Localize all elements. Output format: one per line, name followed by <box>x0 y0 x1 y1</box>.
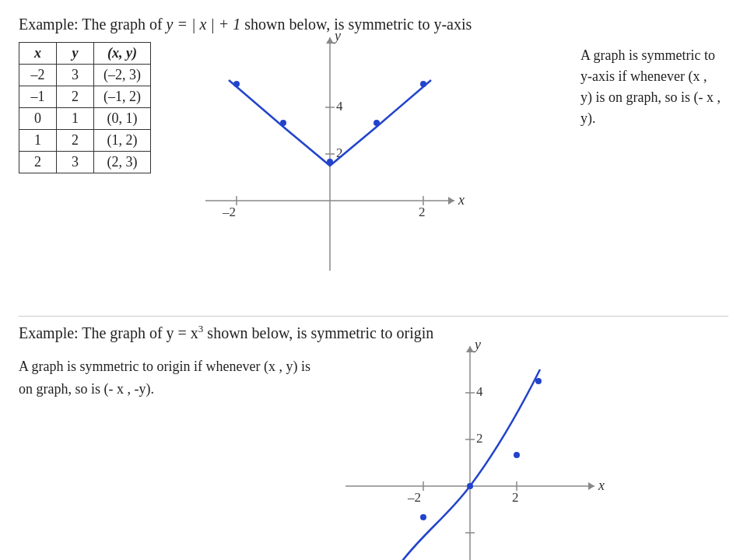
y-4-label: 4 <box>336 99 343 114</box>
bottom-section: Example: The graph of y = x3 shown below… <box>19 323 728 560</box>
col-header-x: x <box>19 43 57 65</box>
col-header-y: y <box>57 43 94 65</box>
symmetry-note: A graph is symmetric to y-axis if whenev… <box>580 45 721 129</box>
section-divider <box>19 316 728 317</box>
table-cell: 0 <box>19 108 57 130</box>
table-cell: (2, 3) <box>94 152 151 173</box>
y-axis-label: y <box>333 30 341 44</box>
bottom-title-prefix: Example: The graph of <box>19 324 167 341</box>
table-row: –23(–2, 3) <box>19 65 151 86</box>
y-axis-label-2: y <box>473 338 481 352</box>
point2-neg1-neg1 <box>420 514 426 520</box>
x-2-label: 2 <box>419 205 426 219</box>
col-header-xy: (x, y) <box>94 43 151 65</box>
top-section: Example: The graph of y = | x | + 1 show… <box>19 14 728 310</box>
table-cell: (0, 1) <box>94 108 151 130</box>
point2-1-1 <box>514 452 520 458</box>
table-cell: 1 <box>57 108 94 130</box>
table-cell: 2 <box>19 152 57 173</box>
table-row: 12(1, 2) <box>19 130 151 152</box>
bottom-note-text: A graph is symmetric to origin if whenev… <box>19 359 310 397</box>
bottom-title-eq: y = x <box>167 324 198 341</box>
x2-2-label: 2 <box>512 490 519 505</box>
svg-marker-11 <box>466 346 474 352</box>
graph1-svg: x y –2 2 2 4 <box>190 30 470 278</box>
point-2-3 <box>420 81 426 87</box>
table-cell: 2 <box>57 130 94 152</box>
x-axis-label: x <box>458 192 465 208</box>
page: Example: The graph of y = | x | + 1 show… <box>0 0 747 560</box>
point-1-2 <box>374 120 380 126</box>
point2-1p5-3p4 <box>535 378 542 384</box>
table-row: 01(0, 1) <box>19 108 151 130</box>
table-cell: (–1, 2) <box>94 86 151 108</box>
symmetry-note-text: A graph is symmetric to y-axis if whenev… <box>580 47 721 126</box>
table-cell: 2 <box>57 86 94 108</box>
graph2-svg: x y –2 2 2 4 <box>330 338 610 560</box>
svg-marker-2 <box>448 197 454 205</box>
x2-neg2-label: –2 <box>407 490 421 505</box>
table-row: 23(2, 3) <box>19 152 151 173</box>
data-table: x y (x, y) –23(–2, 3)–12(–1, 2)01(0, 1)1… <box>19 42 151 173</box>
table-cell: –1 <box>19 86 57 108</box>
graph1-container: x y –2 2 2 4 <box>190 30 470 282</box>
table-cell: (–2, 3) <box>94 65 151 86</box>
table-cell: –2 <box>19 65 57 86</box>
x-axis-label-2: x <box>598 478 605 493</box>
table-cell: 3 <box>57 65 94 86</box>
x-neg2-label: –2 <box>222 205 236 219</box>
graph2-container: x y –2 2 2 4 <box>330 338 610 560</box>
bottom-note: A graph is symmetric to origin if whenev… <box>19 355 314 401</box>
point-neg2-3 <box>233 81 240 87</box>
svg-marker-10 <box>588 482 594 490</box>
table-row: –12(–1, 2) <box>19 86 151 108</box>
table-cell: 1 <box>19 130 57 152</box>
top-title-prefix: Example: The graph of <box>19 16 167 33</box>
table-cell: 3 <box>57 152 94 173</box>
table-cell: (1, 2) <box>94 130 151 152</box>
y2-2-label: 2 <box>476 431 483 446</box>
y2-4-label: 4 <box>476 384 483 399</box>
point-neg1-2 <box>280 120 286 126</box>
point2-0-0 <box>467 483 473 489</box>
point-0-1 <box>327 159 333 165</box>
svg-marker-3 <box>326 37 334 44</box>
